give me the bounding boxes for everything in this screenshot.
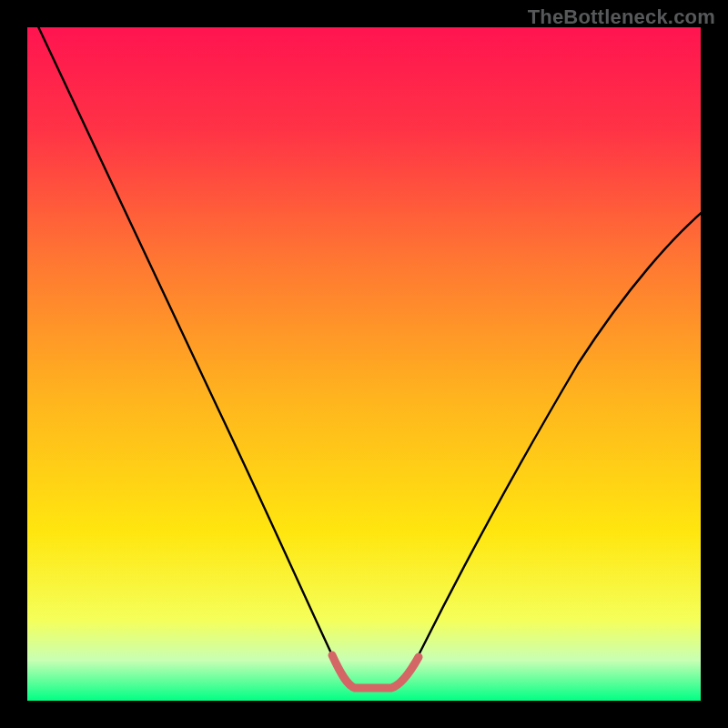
chart-frame: TheBottleneck.com	[0, 0, 728, 728]
curve-path-main	[36, 27, 701, 688]
watermark-text: TheBottleneck.com	[528, 5, 715, 29]
curve-trough-highlight	[332, 655, 419, 688]
bottleneck-curve	[27, 27, 701, 701]
plot-area	[27, 27, 701, 701]
